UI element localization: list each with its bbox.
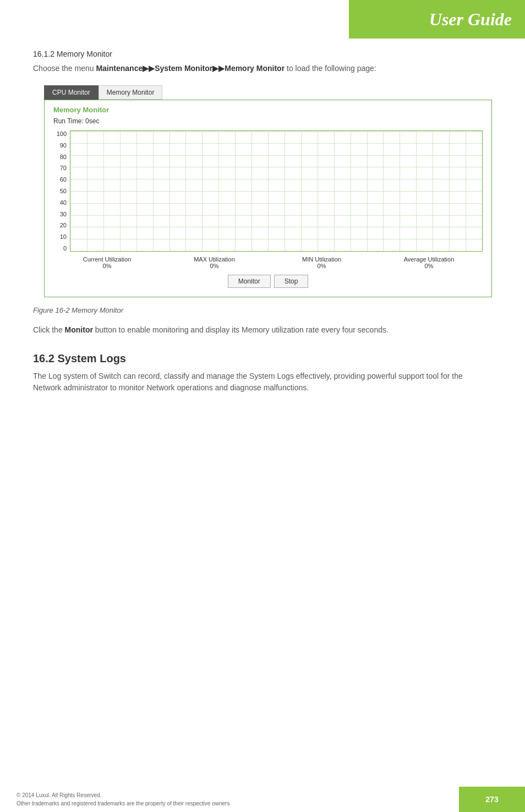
section-16-2-body: The Log system of Switch can record, cla… xyxy=(33,370,492,394)
figure-caption: Figure 16-2 Memory Monitor xyxy=(33,306,492,314)
stat-max-label: MAX Utilization xyxy=(161,256,268,263)
ui-screenshot-area: CPU Monitor Memory Monitor Memory Monito… xyxy=(44,85,492,297)
tab-memory-monitor[interactable]: Memory Monitor xyxy=(99,85,163,100)
stat-min: MIN Utilization 0% xyxy=(268,256,375,269)
y-label-50: 50 xyxy=(60,188,67,194)
run-time-label: Run Time: xyxy=(53,117,84,125)
footer-left: © 2014 Luxul. All Rights Reserved. Other… xyxy=(0,791,459,808)
memory-monitor-panel: Memory Monitor Run Time: 0sec 100 90 80 … xyxy=(44,100,492,297)
monitor-bold: Monitor xyxy=(65,325,93,334)
stat-avg-value: 0% xyxy=(375,263,483,269)
y-label-70: 70 xyxy=(60,165,67,171)
footer: © 2014 Luxul. All Rights Reserved. Other… xyxy=(0,787,525,812)
chart-container: 100 90 80 70 60 50 40 30 20 10 0 xyxy=(53,130,483,252)
trademark: Other trademarks and registered trademar… xyxy=(17,799,442,808)
buttons-row: Monitor Stop xyxy=(53,275,483,288)
stop-button[interactable]: Stop xyxy=(274,275,309,288)
menu-path: Maintenance▶▶System Monitor▶▶Memory Moni… xyxy=(96,64,285,73)
chart-grid xyxy=(70,130,483,252)
intro-text-before: Choose the menu xyxy=(33,64,96,73)
monitor-description: Click the Monitor button to enable monit… xyxy=(33,324,492,336)
y-label-90: 90 xyxy=(60,142,67,149)
y-label-10: 10 xyxy=(60,233,67,240)
stat-avg-label: Average Utilization xyxy=(375,256,483,263)
page-title: User Guide xyxy=(429,9,512,30)
y-axis: 100 90 80 70 60 50 40 30 20 10 0 xyxy=(53,130,70,252)
header-banner: User Guide xyxy=(349,0,525,39)
stat-current: Current Utilization 0% xyxy=(53,256,161,269)
stat-max: MAX Utilization 0% xyxy=(161,256,268,269)
tab-cpu-monitor[interactable]: CPU Monitor xyxy=(44,85,99,100)
stats-row: Current Utilization 0% MAX Utilization 0… xyxy=(53,256,483,269)
stat-min-label: MIN Utilization xyxy=(268,256,375,263)
intro-text-after: to load the following page: xyxy=(285,64,376,73)
run-time: Run Time: 0sec xyxy=(53,117,483,125)
section-16-2: 16.2 System Logs The Log system of Switc… xyxy=(33,352,492,394)
y-label-40: 40 xyxy=(60,199,67,206)
y-label-20: 20 xyxy=(60,222,67,228)
section-16-1-2-heading: 16.1.2 Memory Monitor xyxy=(33,50,492,58)
y-label-60: 60 xyxy=(60,176,67,183)
stat-min-value: 0% xyxy=(268,263,375,269)
section-16-2-heading: 16.2 System Logs xyxy=(33,352,492,365)
intro-paragraph: Choose the menu Maintenance▶▶System Moni… xyxy=(33,63,492,74)
stat-current-value: 0% xyxy=(53,263,161,269)
y-label-30: 30 xyxy=(60,211,67,217)
footer-page-number: 273 xyxy=(459,787,525,812)
stat-current-label: Current Utilization xyxy=(53,256,161,263)
run-time-value: 0sec xyxy=(85,117,99,125)
stat-avg: Average Utilization 0% xyxy=(375,256,483,269)
y-label-100: 100 xyxy=(57,130,67,137)
copyright: © 2014 Luxul. All Rights Reserved. xyxy=(17,791,442,799)
main-content: 16.1.2 Memory Monitor Choose the menu Ma… xyxy=(0,0,525,427)
stat-max-value: 0% xyxy=(161,263,268,269)
panel-title: Memory Monitor xyxy=(53,106,483,114)
monitor-button[interactable]: Monitor xyxy=(228,275,271,288)
y-label-80: 80 xyxy=(60,154,67,160)
tab-bar: CPU Monitor Memory Monitor xyxy=(44,85,492,100)
y-label-0: 0 xyxy=(63,245,67,252)
grid-lines xyxy=(70,131,482,251)
